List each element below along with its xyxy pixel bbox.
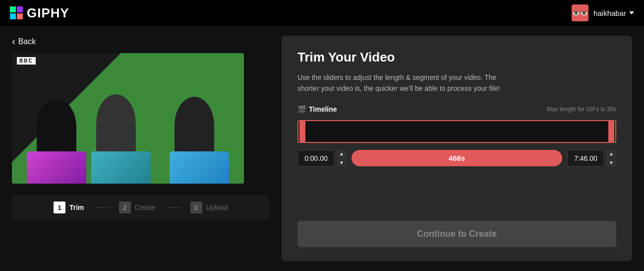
step-1-label: Trim bbox=[69, 203, 84, 211]
timeline-fill bbox=[298, 121, 615, 142]
step-2: 2 Create bbox=[119, 202, 156, 213]
header-right: 👁️👁️ haikhabar bbox=[572, 4, 634, 21]
logo-icon bbox=[10, 6, 23, 19]
step-1-number: 1 bbox=[54, 202, 65, 213]
header: GIPHY 👁️👁️ haikhabar bbox=[0, 0, 644, 26]
step-2-number: 2 bbox=[119, 202, 131, 213]
back-label: Back bbox=[18, 37, 36, 46]
panel-title: Trim Your Video bbox=[297, 50, 616, 65]
camera-icon: 🎬 bbox=[297, 105, 306, 113]
step-divider-1 bbox=[94, 207, 109, 208]
bbc-logo: BBC bbox=[17, 57, 36, 65]
svg-rect-2 bbox=[10, 13, 16, 19]
avatar: 👁️👁️ bbox=[572, 4, 588, 21]
back-button[interactable]: ‹ Back bbox=[12, 36, 270, 47]
time-controls: 0:00.00 ▲ ▼ 466s 7:46.00 ▲ ▼ bbox=[297, 150, 616, 167]
step-2-label: Create bbox=[135, 203, 156, 211]
svg-rect-1 bbox=[17, 6, 23, 12]
max-length-text: Max length for GIFs is 30s bbox=[547, 106, 616, 113]
timeline-label-group: 🎬 Timeline bbox=[297, 105, 337, 113]
timeline-handle-left[interactable] bbox=[299, 121, 305, 142]
continue-to-create-button[interactable]: Continue to Create bbox=[297, 221, 616, 247]
step-3-number: 3 bbox=[190, 202, 202, 213]
podium-3 bbox=[170, 151, 229, 184]
step-1: 1 Trim bbox=[54, 202, 84, 213]
step-3-label: Upload bbox=[206, 203, 228, 211]
end-time-group: 7:46.00 ▲ ▼ bbox=[567, 150, 616, 167]
main-content: ‹ Back BBC 1 Trim 2 bbox=[0, 26, 644, 271]
start-time-group: 0:00.00 ▲ ▼ bbox=[297, 150, 347, 167]
username-button[interactable]: haikhabar bbox=[593, 9, 634, 17]
step-divider-2 bbox=[166, 207, 180, 208]
person-silhouette-2 bbox=[96, 94, 136, 154]
username-label: haikhabar bbox=[593, 9, 626, 17]
left-panel: ‹ Back BBC 1 Trim 2 bbox=[12, 36, 270, 261]
panel-description: Use the sliders to adjust the length & s… bbox=[297, 72, 516, 94]
end-time-stepper: ▲ ▼ bbox=[606, 150, 616, 167]
start-time-down-button[interactable]: ▼ bbox=[337, 159, 347, 167]
back-arrow-icon: ‹ bbox=[12, 36, 15, 47]
svg-rect-3 bbox=[17, 13, 23, 19]
video-preview: BBC bbox=[12, 53, 244, 184]
person-silhouette-3 bbox=[175, 97, 214, 154]
start-time-stepper: ▲ ▼ bbox=[337, 150, 347, 167]
avatar-emoji: 👁️👁️ bbox=[572, 9, 588, 17]
end-time-value[interactable]: 7:46.00 bbox=[567, 150, 604, 167]
chevron-down-icon bbox=[629, 11, 634, 14]
svg-rect-0 bbox=[10, 6, 16, 12]
logo: GIPHY bbox=[10, 5, 69, 21]
logo-text: GIPHY bbox=[27, 5, 69, 21]
right-panel: Trim Your Video Use the sliders to adjus… bbox=[282, 36, 632, 261]
end-time-down-button[interactable]: ▼ bbox=[606, 159, 616, 167]
podium-2 bbox=[91, 151, 151, 184]
timeline-handle-right[interactable] bbox=[608, 121, 614, 142]
duration-badge: 466s bbox=[351, 150, 562, 166]
end-time-up-button[interactable]: ▲ bbox=[606, 150, 616, 158]
timeline-track[interactable] bbox=[297, 120, 616, 143]
start-time-value[interactable]: 0:00.00 bbox=[297, 150, 335, 167]
start-time-up-button[interactable]: ▲ bbox=[337, 150, 347, 158]
timeline-header: 🎬 Timeline Max length for GIFs is 30s bbox=[297, 105, 616, 113]
video-bg: BBC bbox=[12, 53, 244, 184]
podium-1 bbox=[27, 151, 86, 184]
timeline-label-text: Timeline bbox=[309, 105, 337, 113]
person-silhouette-1 bbox=[37, 99, 76, 154]
steps-panel: 1 Trim 2 Create 3 Upload bbox=[12, 196, 270, 219]
step-3: 3 Upload bbox=[190, 202, 228, 213]
